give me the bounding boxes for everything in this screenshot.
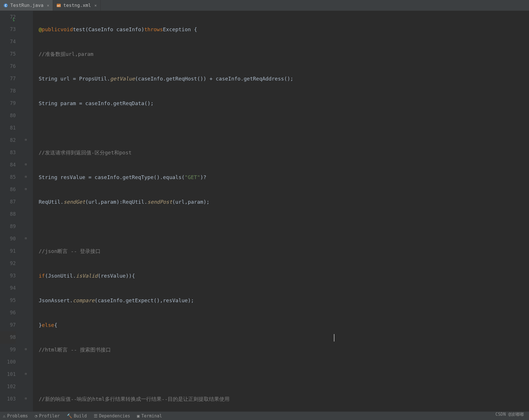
- code-line: //准备数据url,param: [39, 48, 529, 60]
- code-area[interactable]: @ public void test(CaseInfo caseInfo) th…: [33, 11, 529, 411]
- text-caret: [334, 334, 334, 342]
- fold-icon[interactable]: ⊟: [25, 397, 29, 401]
- tab-label: TestRun.java: [10, 3, 44, 8]
- fold-icon[interactable]: ⊟: [25, 347, 29, 351]
- svg-text:C: C: [5, 4, 7, 7]
- code-line: [39, 220, 529, 233]
- code-line: String resValue = caseInfo.getReqType().…: [39, 171, 529, 183]
- java-class-icon: C: [3, 3, 8, 8]
- code-line: }else{: [39, 319, 529, 331]
- hammer-icon: 🔨: [67, 413, 72, 419]
- code-line: JsonAssert.compare(caseInfo.getExpect(),…: [39, 294, 529, 307]
- code-line: //html断言 -- 搜索图书接口: [39, 344, 529, 356]
- code-line: [39, 368, 529, 380]
- code-line: @ public void test(CaseInfo caseInfo) th…: [39, 23, 529, 36]
- watermark-text: CSDN @波嘟嘟: [495, 412, 524, 417]
- fold-icon[interactable]: ⊟: [25, 372, 29, 376]
- tool-window-bar: ⚠Problems ◔Profiler 🔨Build ☰Dependencies…: [0, 411, 529, 420]
- tab-label: testng.xml: [63, 3, 91, 8]
- code-line: if(JsonUtil.isValid(resValue)){: [39, 270, 529, 282]
- code-line: ReqUtil.sendGet(url,param):ReqUtil.sendP…: [39, 196, 529, 208]
- tab-testng-xml[interactable]: xml testng.xml ×: [53, 0, 101, 11]
- code-line: String url = PropsUtil.getValue(caseInfo…: [39, 72, 529, 85]
- fold-icon[interactable]: ⊟: [25, 187, 29, 191]
- code-line: String param = caseInfo.getReqData();: [39, 97, 529, 109]
- profiler-button[interactable]: ◔Profiler: [35, 413, 60, 419]
- svg-text:xml: xml: [57, 5, 61, 7]
- fold-gutter: ⊟ ⊟ ⊟ ⊟ ⊟ ⊟ ⊟ ⊟: [21, 11, 33, 411]
- close-icon[interactable]: ×: [47, 3, 49, 8]
- fold-icon[interactable]: ⊟: [25, 138, 29, 142]
- fold-icon[interactable]: ⊟: [25, 175, 29, 179]
- terminal-icon: ▣: [137, 413, 140, 419]
- dependencies-button[interactable]: ☰Dependencies: [94, 413, 130, 419]
- code-line: [39, 122, 529, 134]
- terminal-button[interactable]: ▣Terminal: [137, 413, 162, 419]
- fold-icon[interactable]: ⊟: [25, 162, 29, 166]
- problems-button[interactable]: ⚠Problems: [3, 413, 28, 419]
- tab-testrun-java[interactable]: C TestRun.java ×: [0, 0, 53, 11]
- vcs-marker-icon: ⤹: [11, 13, 16, 25]
- code-editor[interactable]: 7273747576777879808182838485868788899091…: [0, 11, 529, 411]
- fold-icon[interactable]: ⊟: [25, 236, 29, 240]
- build-button[interactable]: 🔨Build: [67, 413, 87, 419]
- warning-icon: ⚠: [3, 413, 5, 419]
- code-line: //json断言 -- 登录接口: [39, 245, 529, 257]
- stack-icon: ☰: [94, 413, 97, 419]
- profiler-icon: ◔: [35, 413, 37, 419]
- xml-icon: xml: [56, 3, 61, 8]
- code-line: //发送请求得到返回值-区分get和post: [39, 146, 529, 159]
- line-number-gutter: 7273747576777879808182838485868788899091…: [0, 11, 21, 411]
- close-icon[interactable]: ×: [94, 3, 97, 8]
- code-line: //新的响应值--响应的html多行结果转换成一行结果--目的是让正则提取结果使…: [39, 393, 529, 405]
- editor-tabs: C TestRun.java × xml testng.xml ×: [0, 0, 529, 11]
